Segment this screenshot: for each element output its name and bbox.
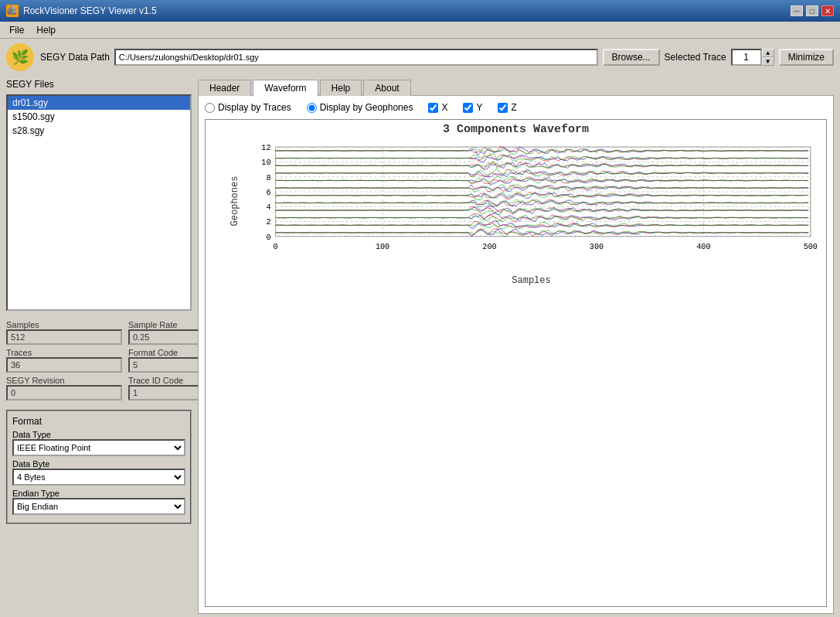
file-menu[interactable]: File bbox=[3, 23, 30, 37]
traces-label: Traces bbox=[6, 348, 122, 357]
format-label: Format bbox=[12, 416, 185, 427]
display-by-geophones-radio[interactable] bbox=[307, 103, 317, 113]
svg-text:4: 4 bbox=[266, 203, 270, 212]
y-component-group: Y bbox=[463, 102, 482, 113]
top-row: 🌿 SEGY Data Path Browse... Selected Trac… bbox=[0, 39, 840, 76]
list-item[interactable]: s1500.sgy bbox=[8, 110, 190, 124]
right-panel: Header Waveform Help About Display by Tr… bbox=[198, 79, 834, 614]
data-byte-label: Data Byte bbox=[12, 459, 185, 469]
list-item[interactable]: dr01.sgy bbox=[8, 96, 190, 110]
menu-bar: File Help bbox=[0, 22, 840, 39]
format-section: Format Data Type IEEE Floating Point IBM… bbox=[6, 410, 192, 524]
endian-type-label: Endian Type bbox=[12, 489, 185, 498]
samples-label: Samples bbox=[6, 320, 122, 329]
x-axis-label: Samples bbox=[512, 275, 550, 286]
segy-data-path-label: SEGY Data Path bbox=[40, 52, 110, 63]
endian-type-select[interactable]: Big Endian Little Endian bbox=[12, 498, 185, 515]
chart-inner: Geophones Samples 0100200300400500024681… bbox=[244, 139, 818, 263]
data-type-select[interactable]: IEEE Floating Point IBM Floating Point I… bbox=[12, 439, 185, 456]
tab-waveform[interactable]: Waveform bbox=[253, 80, 318, 97]
metadata-row-2: Traces Format Code bbox=[6, 348, 192, 373]
endian-type-field: Endian Type Big Endian Little Endian bbox=[12, 489, 185, 515]
tab-about[interactable]: About bbox=[363, 80, 410, 96]
x-component-group: X bbox=[428, 102, 447, 113]
svg-text:10: 10 bbox=[261, 159, 270, 167]
samples-input bbox=[6, 329, 122, 345]
app-icon: 🪨 bbox=[6, 5, 19, 17]
title-bar-left: 🪨 RockVisioner SEGY Viewer v1.5 bbox=[6, 5, 157, 17]
svg-text:6: 6 bbox=[266, 189, 270, 197]
segy-path-input[interactable] bbox=[114, 49, 598, 66]
svg-text:8: 8 bbox=[266, 174, 270, 182]
title-bar: 🪨 RockVisioner SEGY Viewer v1.5 ─ □ ✕ bbox=[0, 0, 840, 22]
trace-number-input[interactable] bbox=[731, 49, 762, 66]
metadata-section: Samples Sample Rate Traces Format Code bbox=[6, 320, 192, 401]
z-component-group: Z bbox=[498, 102, 516, 113]
svg-text:300: 300 bbox=[590, 243, 604, 251]
data-byte-field: Data Byte 4 Bytes 2 Bytes bbox=[12, 459, 185, 486]
z-component-label: Z bbox=[511, 102, 516, 113]
tab-help[interactable]: Help bbox=[320, 80, 362, 96]
logo: 🌿 bbox=[6, 43, 34, 71]
trace-up-arrow[interactable]: ▲ bbox=[762, 49, 774, 57]
segy-files-label: SEGY Files bbox=[6, 79, 192, 90]
y-component-checkbox[interactable] bbox=[463, 103, 473, 113]
y-component-label: Y bbox=[476, 102, 482, 113]
metadata-row-3: SEGY Revision Trace ID Code bbox=[6, 376, 192, 401]
traces-input bbox=[6, 357, 122, 373]
data-type-label: Data Type bbox=[12, 430, 185, 439]
svg-text:200: 200 bbox=[482, 243, 496, 251]
left-panel: SEGY Files dr01.sgy s1500.sgy s28.sgy Sa… bbox=[6, 79, 192, 614]
tab-header[interactable]: Header bbox=[198, 80, 251, 96]
segy-path-section: SEGY Data Path Browse... Selected Trace … bbox=[40, 49, 834, 66]
minimize-button[interactable]: Minimize bbox=[779, 49, 834, 66]
app-title: RockVisioner SEGY Viewer v1.5 bbox=[23, 5, 157, 16]
browse-button[interactable]: Browse... bbox=[603, 49, 660, 66]
metadata-row-1: Samples Sample Rate bbox=[6, 320, 192, 345]
tabs: Header Waveform Help About bbox=[198, 79, 834, 96]
display-by-traces-group: Display by Traces bbox=[205, 102, 291, 113]
app-body: 🌿 SEGY Data Path Browse... Selected Trac… bbox=[0, 39, 840, 617]
svg-text:500: 500 bbox=[804, 243, 818, 251]
maximize-window-button[interactable]: □ bbox=[806, 5, 818, 16]
title-bar-controls: ─ □ ✕ bbox=[791, 5, 834, 16]
svg-text:0: 0 bbox=[266, 234, 270, 242]
segy-files-list: dr01.sgy s1500.sgy s28.sgy bbox=[6, 94, 192, 311]
display-by-traces-label: Display by Traces bbox=[218, 102, 291, 113]
data-type-field: Data Type IEEE Floating Point IBM Floati… bbox=[12, 430, 185, 456]
chart-title: 3 Components Waveform bbox=[206, 123, 826, 136]
samples-field: Samples bbox=[6, 320, 122, 345]
traces-field: Traces bbox=[6, 348, 122, 373]
display-by-traces-radio[interactable] bbox=[205, 103, 215, 113]
x-component-checkbox[interactable] bbox=[428, 103, 438, 113]
content-area: SEGY Files dr01.sgy s1500.sgy s28.sgy Sa… bbox=[0, 76, 840, 617]
chart-wrapper: Geophones Samples 0100200300400500024681… bbox=[206, 139, 826, 263]
trace-down-arrow[interactable]: ▼ bbox=[762, 57, 774, 66]
x-component-label: X bbox=[441, 102, 447, 113]
selected-trace-label: Selected Trace bbox=[665, 52, 726, 63]
close-window-button[interactable]: ✕ bbox=[821, 5, 834, 16]
svg-text:400: 400 bbox=[696, 243, 710, 251]
svg-text:12: 12 bbox=[261, 144, 270, 152]
waveform-controls: Display by Traces Display by Geophones X… bbox=[205, 102, 827, 113]
z-component-checkbox[interactable] bbox=[498, 103, 508, 113]
help-menu[interactable]: Help bbox=[30, 23, 62, 37]
segy-revision-input bbox=[6, 385, 122, 401]
svg-text:2: 2 bbox=[266, 218, 270, 227]
trace-spinner: ▲ ▼ bbox=[731, 49, 774, 66]
tab-content: Display by Traces Display by Geophones X… bbox=[198, 95, 834, 614]
y-axis-label: Geophones bbox=[230, 176, 240, 227]
list-item[interactable]: s28.sgy bbox=[8, 124, 190, 138]
waveform-chart: 3 Components Waveform Geophones Samples … bbox=[205, 119, 827, 607]
trace-arrows: ▲ ▼ bbox=[762, 49, 774, 66]
segy-revision-label: SEGY Revision bbox=[6, 376, 122, 385]
display-by-geophones-group: Display by Geophones bbox=[307, 102, 413, 113]
svg-text:100: 100 bbox=[376, 243, 389, 251]
data-byte-select[interactable]: 4 Bytes 2 Bytes bbox=[12, 469, 185, 486]
svg-text:0: 0 bbox=[274, 243, 278, 251]
minimize-window-button[interactable]: ─ bbox=[791, 5, 803, 16]
segy-revision-field: SEGY Revision bbox=[6, 376, 122, 401]
display-by-geophones-label: Display by Geophones bbox=[320, 102, 413, 113]
chart-svg: 0100200300400500024681012 bbox=[244, 139, 818, 260]
